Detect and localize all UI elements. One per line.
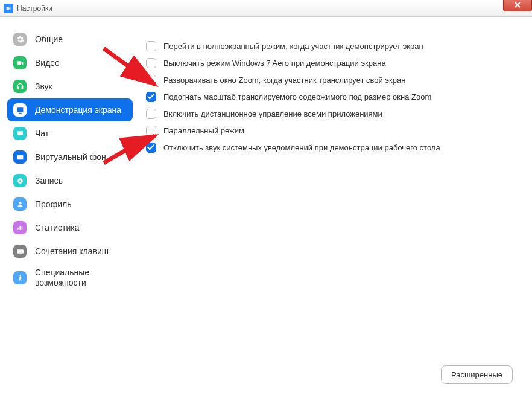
svg-rect-6 (21, 250, 21, 251)
option-row-1: Выключить режим Windows 7 Aero при демон… (146, 58, 514, 68)
sidebar: ОбщиеВидеоЗвукДемонстрация экранаЧатВирт… (0, 17, 140, 401)
virtual-bg-icon (13, 150, 27, 164)
sidebar-item-10[interactable]: Специальные возможности (7, 263, 133, 292)
svg-point-9 (19, 275, 21, 276)
sidebar-item-label: Специальные возможности (35, 268, 127, 288)
svg-rect-5 (19, 250, 19, 251)
sidebar-item-label: Запись (35, 176, 63, 186)
app-icon (4, 4, 13, 13)
option-label: Отключить звук системных уведомлений при… (163, 143, 440, 152)
sidebar-item-label: Чат (35, 129, 49, 139)
keyboard-icon (13, 245, 27, 258)
record-icon (13, 174, 27, 187)
option-checkbox-6[interactable] (146, 143, 156, 153)
titlebar: Настройки (0, 0, 532, 17)
svg-rect-4 (17, 250, 18, 251)
sidebar-item-7[interactable]: Профиль (7, 193, 133, 216)
option-checkbox-0[interactable] (146, 41, 156, 51)
option-label: Параллельный режим (163, 126, 244, 135)
sidebar-item-1[interactable]: Видео (7, 51, 133, 74)
sidebar-item-label: Виртуальный фон (35, 152, 106, 162)
option-row-2: Разворачивать окно Zoom, когда участник … (146, 75, 514, 85)
option-label: Выключить режим Windows 7 Aero при демон… (163, 59, 386, 68)
option-row-6: Отключить звук системных уведомлений при… (146, 143, 514, 153)
sidebar-item-label: Звук (35, 82, 52, 92)
share-screen-icon (13, 103, 27, 117)
sidebar-item-9[interactable]: Сочетания клавиш (7, 240, 133, 263)
advanced-button[interactable]: Расширенные (441, 365, 513, 384)
option-label: Включить дистанционное управление всеми … (163, 109, 382, 118)
option-label: Подогнать масштаб транслируемого содержи… (163, 92, 431, 101)
content-area: ОбщиеВидеоЗвукДемонстрация экранаЧатВирт… (0, 17, 532, 401)
options-list: Перейти в полноэкранный режим, когда уча… (140, 41, 514, 153)
svg-rect-3 (17, 249, 24, 254)
sidebar-item-6[interactable]: Запись (7, 169, 133, 192)
option-row-5: Параллельный режим (146, 126, 514, 136)
option-checkbox-2[interactable] (146, 75, 156, 85)
option-row-0: Перейти в полноэкранный режим, когда уча… (146, 41, 514, 51)
svg-point-1 (19, 179, 21, 181)
main-panel: Перейти в полноэкранный режим, когда уча… (140, 17, 532, 401)
video-icon (13, 56, 27, 69)
option-checkbox-4[interactable] (146, 109, 156, 119)
option-checkbox-1[interactable] (146, 58, 156, 68)
accessibility-icon (13, 271, 27, 284)
option-row-3: Подогнать масштаб транслируемого содержи… (146, 92, 514, 102)
sidebar-item-8[interactable]: Статистика (7, 216, 133, 239)
option-row-4: Включить дистанционное управление всеми … (146, 109, 514, 119)
sidebar-item-label: Профиль (35, 199, 71, 210)
svg-rect-8 (18, 252, 21, 252)
option-label: Перейти в полноэкранный режим, когда уча… (163, 42, 423, 51)
sidebar-item-label: Общие (35, 34, 63, 45)
window-title: Настройки (17, 4, 52, 13)
profile-icon (13, 197, 27, 211)
sidebar-item-0[interactable]: Общие (7, 28, 133, 51)
svg-rect-7 (22, 250, 22, 251)
option-checkbox-3[interactable] (146, 92, 156, 102)
sidebar-item-label: Статистика (35, 223, 80, 233)
sidebar-item-2[interactable]: Звук (7, 75, 133, 98)
sidebar-item-label: Демонстрация экрана (35, 105, 121, 115)
chat-icon (13, 127, 27, 140)
sidebar-item-4[interactable]: Чат (7, 122, 133, 145)
stats-icon (13, 221, 27, 234)
sidebar-item-label: Сочетания клавиш (35, 246, 109, 257)
sidebar-item-3[interactable]: Демонстрация экрана (7, 98, 133, 121)
headphones-icon (13, 80, 27, 93)
svg-point-2 (19, 202, 21, 204)
gear-icon (13, 33, 27, 46)
sidebar-item-label: Видео (35, 58, 60, 68)
option-label: Разворачивать окно Zoom, когда участник … (163, 75, 405, 85)
close-button[interactable] (503, 0, 532, 11)
option-checkbox-5[interactable] (146, 126, 156, 136)
sidebar-item-5[interactable]: Виртуальный фон (7, 146, 133, 168)
